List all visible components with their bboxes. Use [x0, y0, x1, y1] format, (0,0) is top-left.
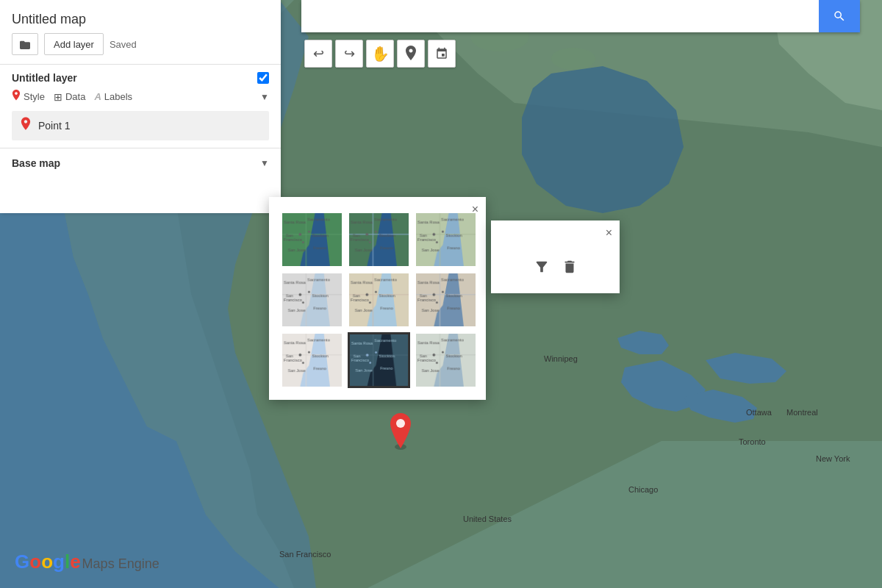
- tab-data[interactable]: ⊞ Data: [54, 91, 85, 103]
- basemap-thumb-0[interactable]: [281, 212, 343, 268]
- toolbar: ↩ ↪ ✋: [301, 37, 459, 71]
- basemap-chevron-icon: ▼: [260, 158, 269, 168]
- labels-icon: A: [94, 91, 101, 102]
- undo-button[interactable]: ↩: [304, 40, 332, 68]
- search-input[interactable]: [301, 0, 819, 32]
- svg-point-4: [396, 419, 405, 428]
- watermark-google-text: Google: [15, 551, 81, 573]
- point-popup-close-button[interactable]: ×: [606, 226, 612, 240]
- city-label-toronto: Toronto: [739, 437, 766, 446]
- watermark: Google Maps Engine: [15, 551, 159, 573]
- tab-style-label: Style: [24, 91, 45, 102]
- basemap-grid: [281, 212, 474, 388]
- data-icon: ⊞: [54, 91, 62, 103]
- filter-button[interactable]: [534, 259, 550, 279]
- basemap-thumb-4[interactable]: [348, 272, 410, 328]
- search-bar: [301, 0, 860, 32]
- city-label-ottawa: Ottawa: [746, 408, 772, 417]
- draw-button[interactable]: [428, 40, 456, 68]
- watermark-rest-text: Maps Engine: [82, 556, 159, 572]
- tab-labels-label: Labels: [104, 91, 132, 102]
- city-label-montreal: Montreal: [786, 408, 818, 417]
- city-label-winnipeg: Winnipeg: [544, 354, 578, 363]
- redo-button[interactable]: ↪: [335, 40, 363, 68]
- marker-button[interactable]: [397, 40, 425, 68]
- folder-button[interactable]: [12, 33, 38, 55]
- city-label-sanfran: San Francisco: [279, 550, 331, 559]
- basemap-thumb-2[interactable]: [415, 212, 477, 268]
- city-label-chicago: Chicago: [628, 485, 658, 494]
- search-button[interactable]: [819, 0, 860, 32]
- basemap-thumb-5[interactable]: [415, 272, 477, 328]
- basemap-thumb-3[interactable]: [281, 272, 343, 328]
- tab-labels[interactable]: A Labels: [94, 91, 132, 102]
- layer-tab-dropdown[interactable]: ▼: [260, 92, 269, 102]
- basemap-picker: ×: [269, 197, 486, 400]
- basemap-thumb-7[interactable]: [348, 332, 410, 388]
- layer-section: Untitled layer Style ⊞ Data A Labels ▼: [0, 64, 281, 148]
- point-popup: ×: [491, 220, 620, 293]
- panel-actions: Add layer Saved: [0, 33, 281, 64]
- panel-title: Untitled map: [0, 0, 281, 33]
- svg-point-2: [551, 48, 595, 70]
- point-label: Point 1: [38, 120, 71, 132]
- city-label-newyork: New York: [816, 454, 850, 463]
- pan-button[interactable]: ✋: [366, 40, 394, 68]
- saved-status: Saved: [110, 39, 137, 50]
- tab-data-label: Data: [65, 91, 85, 102]
- layer-header: Untitled layer: [12, 72, 269, 84]
- basemap-thumb-6[interactable]: [281, 332, 343, 388]
- basemap-title: Base map: [12, 157, 60, 169]
- map-pin[interactable]: [387, 412, 414, 453]
- point-popup-actions: [503, 259, 608, 279]
- basemap-thumb-1[interactable]: [348, 212, 410, 268]
- add-layer-button[interactable]: Add layer: [44, 33, 104, 55]
- tab-style[interactable]: Style: [12, 90, 45, 104]
- point-item[interactable]: Point 1: [12, 111, 269, 140]
- basemap-thumb-8[interactable]: [415, 332, 477, 388]
- layer-checkbox[interactable]: [257, 72, 269, 84]
- left-panel: Untitled map Add layer Saved Untitled la…: [0, 0, 281, 213]
- delete-button[interactable]: [562, 259, 578, 279]
- basemap-section[interactable]: Base map ▼: [0, 148, 281, 178]
- point-icon: [21, 117, 31, 135]
- layer-title: Untitled layer: [12, 72, 77, 84]
- city-label-us: United States: [463, 514, 512, 523]
- style-icon: [12, 90, 21, 104]
- layer-tabs: Style ⊞ Data A Labels ▼: [12, 90, 269, 110]
